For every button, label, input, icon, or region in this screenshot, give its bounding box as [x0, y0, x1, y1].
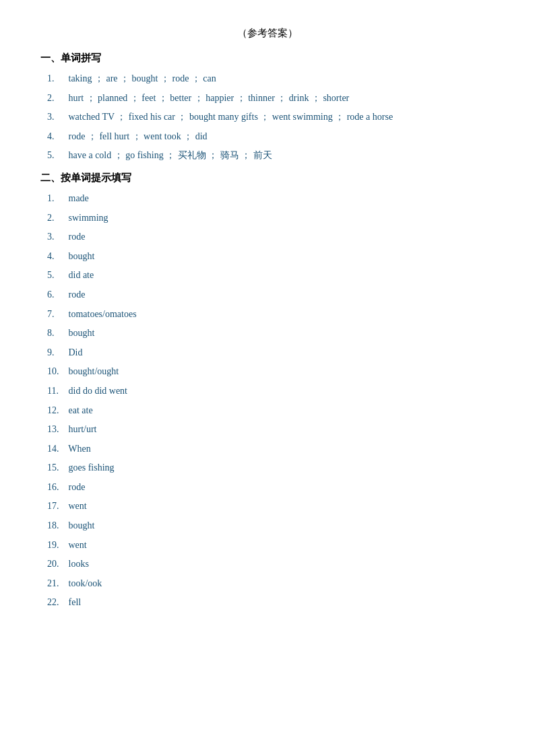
section2-lines: 1. made2. swimming3. rode4. bought5. did…: [40, 190, 495, 612]
answer-line: 1. taking ； are ； bought ； rode ； can: [40, 70, 495, 88]
answer-line: 14. When: [40, 440, 495, 458]
page-title: （参考答案）: [40, 27, 495, 40]
answer-line: 2. swimming: [40, 209, 495, 228]
section1: 一、单词拼写 1. taking ； are ； bought ； rode ；…: [40, 52, 495, 165]
answer-line: 18. bought: [40, 517, 495, 535]
answer-line: 15. goes fishing: [40, 459, 495, 477]
section1-lines: 1. taking ； are ； bought ； rode ； can2. …: [40, 70, 495, 165]
answer-line: 5. did ate: [40, 267, 495, 285]
answer-line: 17. went: [40, 497, 495, 516]
answer-line: 6. rode: [40, 286, 495, 304]
answer-line: 20. looks: [40, 555, 495, 574]
section1-header: 一、单词拼写: [40, 52, 495, 65]
answer-line: 3. rode: [40, 228, 495, 246]
answer-line: 3. watched TV ； fixed his car ； bought m…: [40, 108, 495, 127]
answer-line: 16. rode: [40, 479, 495, 497]
answer-line: 8. bought: [40, 324, 495, 343]
answer-line: 11. did do did went: [40, 382, 495, 401]
answer-line: 2. hurt ； planned ； feet ； better ； happ…: [40, 90, 495, 108]
answer-line: 12. eat ate: [40, 402, 495, 420]
answer-line: 21. took/ook: [40, 575, 495, 593]
answer-line: 9. Did: [40, 344, 495, 362]
answer-line: 4. bought: [40, 248, 495, 266]
answer-line: 5. have a cold ； go fishing ； 买礼物 ； 骑马 ；…: [40, 147, 495, 165]
answer-line: 19. went: [40, 537, 495, 555]
answer-line: 4. rode ； fell hurt ； went took ； did: [40, 128, 495, 146]
answer-line: 22. fell: [40, 594, 495, 612]
answer-line: 10. bought/ought: [40, 363, 495, 381]
section2: 二、按单词提示填写 1. made2. swimming3. rode4. bo…: [40, 172, 495, 612]
answer-line: 1. made: [40, 190, 495, 208]
section2-header: 二、按单词提示填写: [40, 172, 495, 184]
answer-line: 13. hurt/urt: [40, 421, 495, 439]
answer-line: 7. tomatoes/omatoes: [40, 306, 495, 324]
